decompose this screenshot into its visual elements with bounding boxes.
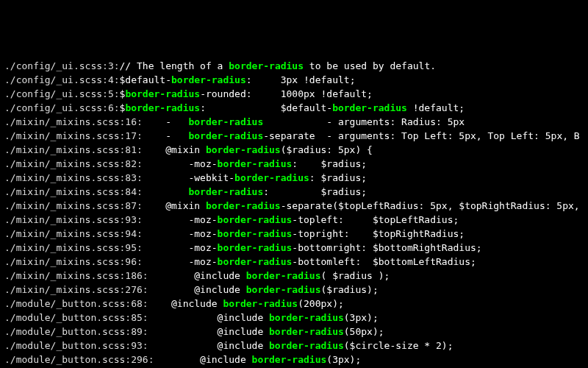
grep-result-line: ./mixin/_mixins.scss:82: -moz-border-rad… [4,157,584,171]
grep-result-line: ./mixin/_mixins.scss:84: border-radius: … [4,185,584,199]
grep-result-line: ./mixin/_mixins.scss:186: @include borde… [4,269,584,283]
grep-result-line: ./config/_ui.scss:3:// The length of a b… [4,59,584,73]
grep-result-line: ./mixin/_mixins.scss:81: @mixin border-r… [4,143,584,157]
grep-result-line: ./module/_button.scss:93: @include borde… [4,339,584,353]
grep-result-line: ./mixin/_mixins.scss:16: - border-radius… [4,115,584,129]
grep-result-line: ./config/_ui.scss:5:$border-radius-round… [4,87,584,101]
grep-result-line: ./module/_button.scss:296: @include bord… [4,353,584,367]
grep-result-line: ./mixin/_mixins.scss:83: -webkit-border-… [4,171,584,185]
grep-result-line: ./config/_ui.scss:6:$border-radius: $def… [4,101,584,115]
grep-result-line: ./mixin/_mixins.scss:93: -moz-border-rad… [4,213,584,227]
grep-result-line: ./mixin/_mixins.scss:17: - border-radius… [4,129,584,143]
grep-result-line: ./mixin/_mixins.scss:87: @mixin border-r… [4,199,584,213]
grep-result-line: ./mixin/_mixins.scss:95: -moz-border-rad… [4,241,584,255]
grep-result-line: ./mixin/_mixins.scss:276: @include borde… [4,283,584,297]
grep-result-line: ./module/_button.scss:85: @include borde… [4,311,584,325]
terminal-output: ./config/_ui.scss:3:// The length of a b… [4,59,584,368]
grep-result-line: ./mixin/_mixins.scss:94: -moz-border-rad… [4,227,584,241]
grep-result-line: ./config/_ui.scss:4:$default-border-radi… [4,73,584,87]
grep-result-line: ./module/_button.scss:89: @include borde… [4,325,584,339]
grep-result-line: ./module/_button.scss:68: @include borde… [4,297,584,311]
grep-result-line: ./mixin/_mixins.scss:96: -moz-border-rad… [4,255,584,269]
